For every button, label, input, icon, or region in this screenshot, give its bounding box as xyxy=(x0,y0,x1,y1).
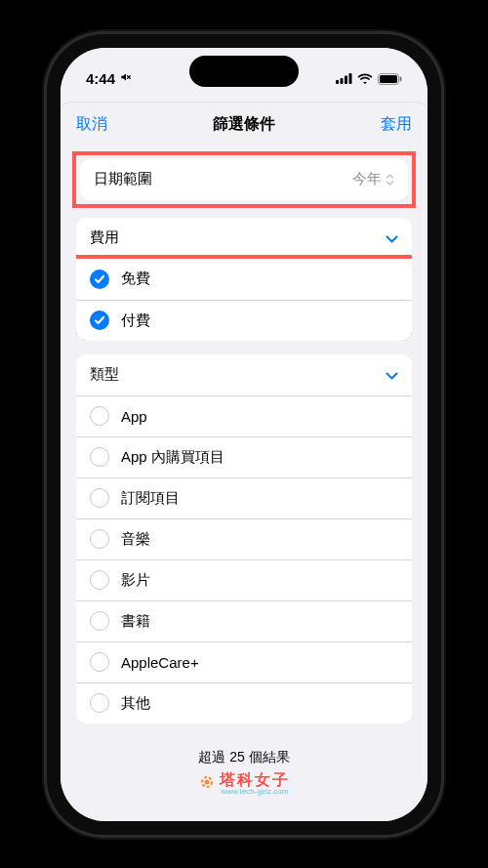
content-scroll[interactable]: 日期範圍 今年 費用 xyxy=(61,147,427,821)
updown-icon xyxy=(386,173,394,186)
cost-item-label: 付費 xyxy=(121,311,398,330)
svg-point-8 xyxy=(205,779,210,784)
dynamic-island xyxy=(189,56,299,87)
nav-bar: 取消 篩選條件 套用 xyxy=(61,103,427,147)
cost-header-row[interactable]: 費用 xyxy=(76,218,412,259)
watermark-logo-icon xyxy=(198,773,216,795)
radio-icon xyxy=(90,652,109,672)
svg-rect-6 xyxy=(400,76,402,81)
apply-button[interactable]: 套用 xyxy=(381,114,412,135)
type-item-label: 訂閱項目 xyxy=(121,489,398,508)
cost-item-label: 免費 xyxy=(121,269,398,288)
type-item-subscription[interactable]: 訂閱項目 xyxy=(76,477,412,518)
silent-icon xyxy=(119,70,133,87)
nav-title: 篩選條件 xyxy=(61,114,427,135)
cost-item-free[interactable]: 免費 xyxy=(76,259,412,300)
checkmark-icon xyxy=(90,269,109,289)
type-item-applecare[interactable]: AppleCare+ xyxy=(76,641,412,682)
svg-rect-5 xyxy=(380,75,397,83)
date-range-group: 日期範圍 今年 xyxy=(80,159,408,200)
phone-frame: 4:44 取消 篩選條件 套用 xyxy=(47,34,441,835)
svg-rect-1 xyxy=(341,78,344,84)
cost-items-highlight: 免費 付費 xyxy=(76,259,412,341)
type-item-other[interactable]: 其他 xyxy=(76,682,412,723)
chevron-down-icon xyxy=(386,229,398,246)
date-range-row[interactable]: 日期範圍 今年 xyxy=(80,159,408,200)
filter-sheet: 取消 篩選條件 套用 日期範圍 今年 xyxy=(61,103,427,821)
radio-icon xyxy=(90,406,109,426)
type-header-row[interactable]: 類型 xyxy=(76,354,412,395)
svg-rect-0 xyxy=(336,80,339,84)
type-item-video[interactable]: 影片 xyxy=(76,559,412,600)
svg-rect-3 xyxy=(349,73,352,84)
type-item-app[interactable]: App xyxy=(76,395,412,436)
results-footer: 超過 25 個結果 xyxy=(76,737,412,772)
type-item-label: 書籍 xyxy=(121,612,398,631)
watermark: 塔科女子 www.tech-girlz.com xyxy=(76,772,412,804)
date-range-value: 今年 xyxy=(352,170,394,188)
type-item-label: App xyxy=(121,408,398,425)
type-item-label: 音樂 xyxy=(121,530,398,549)
type-item-label: AppleCare+ xyxy=(121,654,398,671)
screen: 4:44 取消 篩選條件 套用 xyxy=(61,48,427,821)
type-group: 類型 App App 內購買項目 訂 xyxy=(76,354,412,723)
radio-icon xyxy=(90,611,109,631)
svg-rect-2 xyxy=(345,76,347,85)
cost-header-label: 費用 xyxy=(90,228,374,247)
cost-group: 費用 免費 xyxy=(76,218,412,341)
type-item-label: 其他 xyxy=(121,694,398,713)
radio-icon xyxy=(90,570,109,590)
radio-icon xyxy=(90,529,109,549)
watermark-brand: 塔科女子 xyxy=(220,772,290,788)
type-item-music[interactable]: 音樂 xyxy=(76,518,412,559)
cost-item-paid[interactable]: 付費 xyxy=(76,300,412,341)
cancel-button[interactable]: 取消 xyxy=(76,114,107,135)
type-item-label: 影片 xyxy=(121,571,398,590)
type-item-iap[interactable]: App 內購買項目 xyxy=(76,436,412,477)
checkmark-icon xyxy=(90,310,109,330)
watermark-url: www.tech-girlz.com xyxy=(222,788,289,796)
cellular-icon xyxy=(336,73,352,84)
date-range-highlight: 日期範圍 今年 xyxy=(76,155,412,204)
type-item-label: App 內購買項目 xyxy=(121,448,398,467)
radio-icon xyxy=(90,488,109,508)
date-range-label: 日期範圍 xyxy=(94,170,341,188)
type-item-books[interactable]: 書籍 xyxy=(76,600,412,641)
radio-icon xyxy=(90,693,109,713)
battery-icon xyxy=(378,73,402,85)
status-time: 4:44 xyxy=(86,70,115,87)
wifi-icon xyxy=(357,73,373,84)
chevron-down-icon xyxy=(386,366,398,383)
type-header-label: 類型 xyxy=(90,365,374,384)
radio-icon xyxy=(90,447,109,467)
